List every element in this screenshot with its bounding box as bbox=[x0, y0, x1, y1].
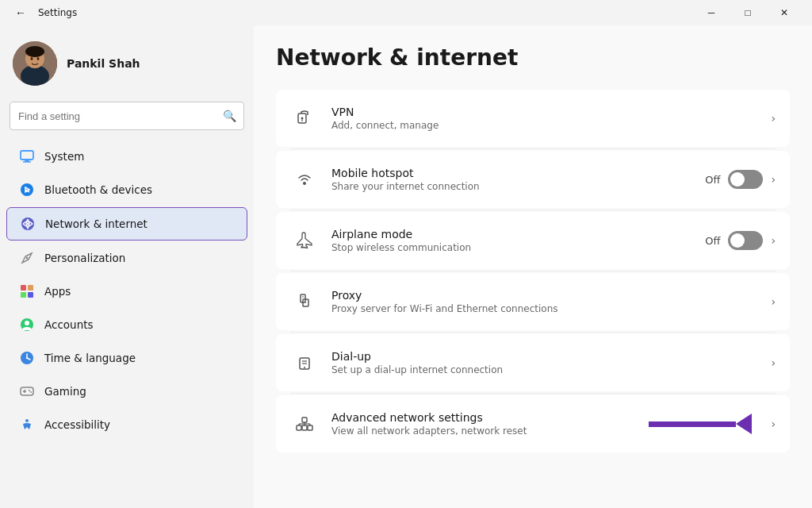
sidebar-item-gaming[interactable]: Gaming bbox=[6, 375, 247, 407]
dialup-icon bbox=[290, 348, 319, 377]
apps-icon bbox=[19, 283, 35, 299]
svg-rect-16 bbox=[28, 292, 33, 298]
svg-rect-45 bbox=[308, 425, 312, 430]
sidebar-item-apps[interactable]: Apps bbox=[6, 275, 247, 307]
sidebar-label-apps: Apps bbox=[44, 285, 71, 298]
user-profile[interactable]: Pankil Shah bbox=[0, 25, 254, 98]
hotspot-toggle[interactable] bbox=[728, 170, 763, 189]
sidebar-label-gaming: Gaming bbox=[44, 385, 86, 398]
hotspot-title: Mobile hotspot bbox=[331, 167, 705, 179]
sidebar-item-accounts[interactable]: Accounts bbox=[6, 309, 247, 341]
advanced-network-chevron: › bbox=[771, 418, 776, 430]
airplane-toggle-label: Off bbox=[705, 235, 720, 247]
maximize-button[interactable]: □ bbox=[730, 0, 766, 25]
settings-item-advanced-network[interactable]: Advanced network settings View all netwo… bbox=[276, 395, 790, 452]
vpn-chevron: › bbox=[771, 112, 776, 125]
avatar-svg bbox=[13, 41, 57, 86]
sidebar-label-bluetooth: Bluetooth & devices bbox=[44, 183, 152, 196]
svg-rect-14 bbox=[28, 285, 33, 291]
svg-point-27 bbox=[29, 390, 30, 391]
airplane-subtitle: Stop wireless communication bbox=[331, 242, 705, 253]
close-button[interactable]: ✕ bbox=[766, 0, 802, 25]
gaming-icon bbox=[19, 383, 35, 399]
settings-item-hotspot[interactable]: Mobile hotspot Share your internet conne… bbox=[276, 151, 790, 208]
titlebar: ← Settings ─ □ ✕ bbox=[0, 0, 812, 25]
svg-point-5 bbox=[37, 57, 40, 60]
arrow-annotation bbox=[649, 414, 752, 434]
system-icon bbox=[19, 148, 35, 164]
svg-rect-15 bbox=[21, 292, 26, 298]
divider-3 bbox=[290, 271, 776, 271]
main-content: Network & internet VPN Add, connect, man… bbox=[254, 25, 812, 508]
svg-point-32 bbox=[301, 117, 304, 120]
hotspot-toggle-label: Off bbox=[705, 174, 720, 186]
svg-point-29 bbox=[25, 419, 29, 422]
sidebar-item-system[interactable]: System bbox=[6, 140, 247, 172]
airplane-toggle[interactable] bbox=[728, 231, 763, 250]
sidebar-label-accounts: Accounts bbox=[44, 318, 94, 331]
bluetooth-icon bbox=[19, 182, 35, 198]
sidebar-item-personalization[interactable]: Personalization bbox=[6, 242, 247, 274]
dialup-title: Dial-up bbox=[331, 350, 771, 363]
svg-point-4 bbox=[31, 57, 33, 60]
hotspot-subtitle: Share your internet connection bbox=[331, 181, 705, 192]
svg-point-40 bbox=[304, 367, 305, 368]
proxy-title: Proxy bbox=[331, 289, 771, 302]
airplane-icon bbox=[290, 226, 319, 255]
svg-rect-13 bbox=[21, 285, 26, 291]
svg-point-11 bbox=[27, 223, 29, 225]
sidebar-item-bluetooth[interactable]: Bluetooth & devices bbox=[6, 174, 247, 206]
back-button[interactable]: ← bbox=[10, 2, 32, 24]
sidebar-item-network[interactable]: Network & internet bbox=[6, 207, 247, 241]
dialup-text: Dial-up Set up a dial-up internet connec… bbox=[331, 350, 771, 375]
svg-point-23 bbox=[26, 357, 28, 359]
airplane-text: Airplane mode Stop wireless communicatio… bbox=[331, 228, 705, 253]
accounts-icon bbox=[19, 317, 35, 333]
search-input[interactable] bbox=[10, 102, 244, 130]
hotspot-right: Off › bbox=[705, 170, 776, 189]
app-body: Pankil Shah 🔍 System bbox=[0, 25, 812, 508]
personalization-icon bbox=[19, 250, 35, 266]
avatar bbox=[13, 41, 57, 86]
divider-5 bbox=[290, 393, 776, 394]
svg-rect-46 bbox=[302, 418, 307, 422]
avatar-image bbox=[13, 41, 57, 86]
sidebar-label-time: Time & language bbox=[44, 352, 136, 364]
sidebar-item-time[interactable]: Time & language bbox=[6, 342, 247, 374]
svg-point-28 bbox=[30, 391, 32, 393]
settings-item-proxy[interactable]: Proxy Proxy server for Wi-Fi and Etherne… bbox=[276, 273, 790, 330]
hotspot-icon bbox=[290, 165, 319, 194]
settings-item-airplane[interactable]: Airplane mode Stop wireless communicatio… bbox=[276, 212, 790, 269]
dialup-chevron: › bbox=[771, 356, 776, 369]
svg-point-18 bbox=[25, 321, 29, 325]
vpn-subtitle: Add, connect, manage bbox=[331, 120, 771, 131]
network-icon bbox=[20, 216, 36, 232]
vpn-icon bbox=[290, 104, 319, 133]
vpn-right: › bbox=[771, 112, 776, 125]
proxy-icon bbox=[290, 287, 319, 316]
divider-4 bbox=[290, 332, 776, 333]
svg-point-3 bbox=[25, 46, 44, 57]
page-title: Network & internet bbox=[276, 44, 790, 71]
sidebar-item-accessibility[interactable]: Accessibility bbox=[6, 409, 247, 441]
advanced-network-right: › bbox=[771, 418, 776, 430]
titlebar-left: ← Settings bbox=[10, 2, 77, 24]
time-icon bbox=[19, 350, 35, 366]
minimize-button[interactable]: ─ bbox=[693, 0, 730, 25]
username: Pankil Shah bbox=[67, 57, 140, 70]
hotspot-text: Mobile hotspot Share your internet conne… bbox=[331, 167, 705, 192]
settings-item-dialup[interactable]: Dial-up Set up a dial-up internet connec… bbox=[276, 334, 790, 391]
airplane-chevron: › bbox=[771, 234, 776, 247]
search-box: 🔍 bbox=[10, 102, 244, 130]
dialup-subtitle: Set up a dial-up internet connection bbox=[331, 364, 771, 375]
svg-rect-24 bbox=[21, 387, 33, 395]
proxy-subtitle: Proxy server for Wi-Fi and Ethernet conn… bbox=[331, 303, 771, 314]
sidebar-label-personalization: Personalization bbox=[44, 252, 125, 264]
arrow-head bbox=[736, 414, 752, 434]
divider-2 bbox=[290, 210, 776, 210]
svg-point-9 bbox=[21, 183, 33, 196]
settings-item-vpn[interactable]: VPN Add, connect, manage › bbox=[276, 90, 790, 147]
titlebar-title: Settings bbox=[38, 7, 77, 18]
accessibility-icon bbox=[19, 417, 35, 433]
sidebar-label-accessibility: Accessibility bbox=[44, 418, 110, 431]
